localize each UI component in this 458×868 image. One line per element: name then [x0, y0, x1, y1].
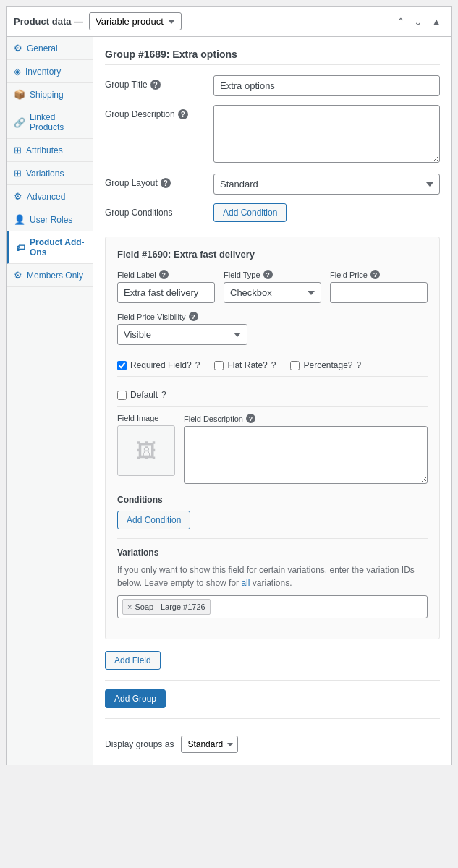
product-data-label: Product data — [14, 16, 83, 27]
variations-text: If you only want to show this field for … [117, 563, 428, 590]
field-section-title: Field #1690: Extra fast delivery [117, 249, 428, 260]
field-price-visibility-row: Field Price Visibility ? Visible [117, 312, 428, 345]
sidebar-item-attributes[interactable]: ⊞ Attributes [7, 139, 93, 162]
field-price-col-label: Field Price ? [330, 270, 428, 279]
user-roles-icon: 👤 [14, 214, 25, 225]
field-price-visibility-help-icon[interactable]: ? [189, 312, 198, 321]
group-description-textarea[interactable] [213, 105, 440, 163]
required-field-help-icon[interactable]: ? [195, 360, 200, 370]
sidebar-item-shipping[interactable]: 📦 Shipping [7, 83, 93, 106]
image-placeholder[interactable]: 🖼 [117, 425, 175, 476]
flat-rate-checkbox-label[interactable]: Flat Rate? ? [214, 360, 276, 370]
sidebar-item-linked-products[interactable]: 🔗 Linked Products [7, 106, 93, 139]
sidebar-item-label-attributes: Attributes [26, 145, 63, 156]
sidebar-item-label-general: General [27, 43, 58, 54]
arrow-up-btn[interactable]: ⌃ [394, 14, 408, 29]
group-description-field [213, 105, 440, 165]
sidebar-item-label-variations: Variations [26, 169, 64, 179]
group-layout-field: Standard [213, 174, 440, 195]
tag-input-wrapper[interactable]: × Soap - Large #1726 [117, 595, 428, 618]
conditions-subtitle: Conditions [117, 495, 428, 505]
display-groups-select[interactable]: Standard [181, 736, 238, 753]
add-group-wrapper: Add Group [105, 689, 440, 708]
tag-remove-icon[interactable]: × [127, 603, 132, 611]
default-checkbox-label[interactable]: Default ? [117, 390, 166, 400]
field-image-label: Field Image [117, 414, 175, 422]
group-section: Group #1689: Extra options Group Title ?… [105, 48, 440, 222]
display-groups-row: Display groups as Standard [105, 728, 440, 753]
field-price-visibility-label: Field Price Visibility ? [117, 312, 428, 321]
tag-label: Soap - Large #1726 [135, 603, 205, 611]
variations-all-link[interactable]: all [241, 578, 250, 588]
field-type-help-icon[interactable]: ? [263, 270, 273, 279]
field-description-col: Field Description ? [184, 414, 428, 486]
sidebar-item-variations[interactable]: ⊞ Variations [7, 162, 93, 185]
main-layout: ⚙ General ◈ Inventory 📦 Shipping 🔗 Linke… [7, 37, 451, 765]
variations-subtitle: Variations [117, 548, 428, 558]
display-groups-as-label: Display groups as [105, 739, 174, 749]
percentage-help-icon[interactable]: ? [357, 360, 362, 370]
percentage-checkbox[interactable] [290, 361, 300, 370]
field-label-col: Field Label ? [117, 270, 215, 303]
sidebar-item-label-linked-products: Linked Products [30, 112, 85, 132]
product-add-ons-icon: 🏷 [16, 242, 25, 253]
field-price-help-icon[interactable]: ? [370, 270, 380, 279]
group-description-label: Group Description ? [105, 105, 206, 119]
field-add-condition-btn[interactable]: Add Condition [117, 511, 190, 529]
field-description-help-icon[interactable]: ? [246, 414, 255, 423]
flat-rate-checkbox[interactable] [214, 361, 224, 370]
divider-2 [105, 680, 440, 681]
field-label-help-icon[interactable]: ? [159, 270, 169, 279]
conditions-section: Conditions Add Condition [117, 495, 428, 529]
image-desc-row: Field Image 🖼 Field Description ? [117, 414, 428, 486]
group-title-input[interactable] [213, 75, 440, 96]
group-conditions-row: Group Conditions Add Condition [105, 203, 440, 222]
general-icon: ⚙ [14, 43, 22, 54]
sidebar-item-advanced[interactable]: ⚙ Advanced [7, 185, 93, 208]
add-field-btn[interactable]: Add Field [105, 651, 161, 670]
product-data-header: Product data — Variable product ⌃ ⌄ ▲ [7, 7, 451, 37]
attributes-icon: ⊞ [14, 145, 22, 156]
linked-products-icon: 🔗 [14, 117, 25, 128]
content-area: Group #1689: Extra options Group Title ?… [93, 37, 451, 765]
group-title-row: Group Title ? [105, 75, 440, 96]
default-checkbox[interactable] [117, 391, 127, 400]
sidebar-item-label-user-roles: User Roles [30, 215, 72, 225]
group-layout-row: Group Layout ? Standard [105, 174, 440, 195]
arrow-expand-btn[interactable]: ▲ [428, 14, 444, 29]
field-price-visibility-select[interactable]: Visible [117, 324, 247, 345]
advanced-icon: ⚙ [14, 191, 22, 202]
group-description-help-icon[interactable]: ? [178, 109, 188, 119]
required-field-checkbox-label[interactable]: Required Field? ? [117, 360, 200, 370]
sidebar-item-user-roles[interactable]: 👤 User Roles [7, 208, 93, 231]
group-title-field [213, 75, 440, 96]
add-field-wrapper: Add Field [105, 651, 440, 670]
add-group-btn[interactable]: Add Group [105, 689, 166, 708]
group-layout-help-icon[interactable]: ? [161, 178, 171, 188]
sidebar-item-general[interactable]: ⚙ General [7, 37, 93, 60]
divider-1 [117, 538, 428, 539]
percentage-checkbox-label[interactable]: Percentage? ? [290, 360, 361, 370]
group-layout-select[interactable]: Standard [213, 174, 440, 195]
field-checkboxes-row: Required Field? ? Flat Rate? ? Percentag… [117, 354, 428, 377]
required-field-checkbox[interactable] [117, 361, 127, 370]
sidebar-item-label-inventory: Inventory [25, 67, 61, 77]
sidebar-item-members-only[interactable]: ⚙ Members Only [7, 264, 93, 287]
field-label-input[interactable] [117, 282, 215, 303]
group-layout-label: Group Layout ? [105, 174, 206, 188]
field-type-select[interactable]: Checkbox [224, 282, 321, 303]
divider-3 [105, 718, 440, 719]
field-price-input[interactable] [330, 282, 428, 303]
group-section-title: Group #1689: Extra options [105, 48, 440, 65]
flat-rate-help-icon[interactable]: ? [271, 360, 276, 370]
sidebar-item-label-shipping: Shipping [30, 90, 64, 100]
default-help-icon[interactable]: ? [161, 390, 166, 400]
field-description-textarea[interactable] [184, 426, 428, 484]
sidebar-item-product-add-ons[interactable]: 🏷 Product Add-Ons [7, 231, 93, 264]
group-add-condition-btn[interactable]: Add Condition [213, 203, 287, 222]
product-type-select[interactable]: Variable product [89, 12, 182, 30]
group-title-help-icon[interactable]: ? [150, 80, 161, 90]
arrow-down-btn[interactable]: ⌄ [411, 14, 425, 29]
sidebar-item-inventory[interactable]: ◈ Inventory [7, 60, 93, 83]
field-type-col: Field Type ? Checkbox [224, 270, 321, 303]
